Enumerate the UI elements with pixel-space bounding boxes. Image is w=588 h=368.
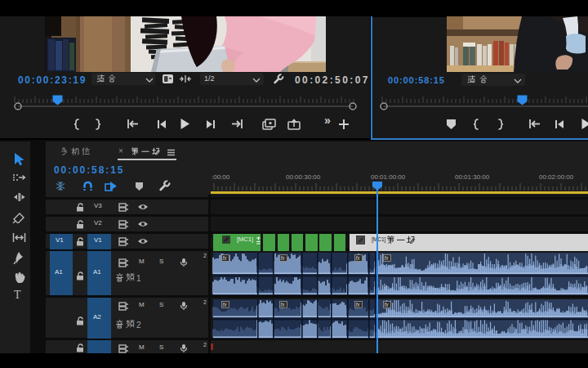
svg-text:fx: fx xyxy=(223,255,228,261)
svg-text:fx: fx xyxy=(281,302,286,307)
svg-text:fx: fx xyxy=(281,255,286,261)
svg-text:fx: fx xyxy=(356,302,361,307)
svg-text:fx: fx xyxy=(356,255,361,261)
svg-text:fx: fx xyxy=(223,302,228,307)
svg-text:fx: fx xyxy=(385,255,390,261)
svg-text:fx: fx xyxy=(385,302,390,307)
